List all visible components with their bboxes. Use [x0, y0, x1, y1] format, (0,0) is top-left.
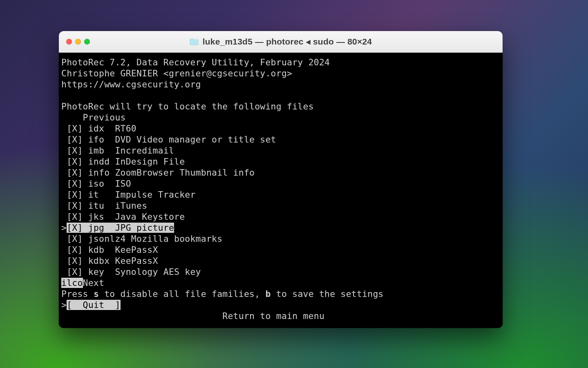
- file-option[interactable]: [X] itu iTunes: [61, 200, 500, 211]
- partial-highlight: ilco: [61, 278, 83, 288]
- header-line: Christophe GRENIER <grenier@cgsecurity.o…: [61, 68, 500, 79]
- window-title: luke_m13d5 — photorec ◂ sudo — 80×24: [203, 37, 372, 47]
- header-line: https://www.cgsecurity.org: [61, 79, 500, 90]
- intro-line: PhotoRec will try to locate the followin…: [61, 101, 500, 112]
- hint-line: Press s to disable all file families, b …: [61, 288, 500, 299]
- file-option[interactable]: [X] indd InDesign File: [61, 156, 500, 167]
- terminal-window: luke_m13d5 — photorec ◂ sudo — 80×24 Pho…: [59, 31, 503, 328]
- terminal-content[interactable]: PhotoRec 7.2, Data Recovery Utility, Feb…: [59, 53, 503, 328]
- file-option[interactable]: [X] it Impulse Tracker: [61, 189, 500, 200]
- previous-option[interactable]: Previous: [61, 112, 500, 123]
- file-option[interactable]: [X] idx RT60: [61, 123, 500, 134]
- file-option[interactable]: [X] kdbx KeePassX: [61, 255, 500, 266]
- file-option-selected[interactable]: >[X] jpg JPG picture: [61, 222, 500, 233]
- header-line: PhotoRec 7.2, Data Recovery Utility, Feb…: [61, 57, 500, 68]
- close-icon[interactable]: [66, 39, 72, 45]
- next-option[interactable]: ilcoNext: [61, 277, 500, 288]
- file-option[interactable]: [X] jsonlz4 Mozilla bookmarks: [61, 233, 500, 244]
- folder-icon: [190, 38, 199, 45]
- return-line: Return to main menu: [61, 310, 500, 321]
- minimize-icon[interactable]: [75, 39, 81, 45]
- file-option[interactable]: [X] kdb KeePassX: [61, 244, 500, 255]
- file-option[interactable]: [X] ifo DVD Video manager or title set: [61, 134, 500, 145]
- file-option[interactable]: [X] key Synology AES key: [61, 266, 500, 277]
- file-option[interactable]: [X] iso ISO: [61, 178, 500, 189]
- window-titlebar[interactable]: luke_m13d5 — photorec ◂ sudo — 80×24: [59, 31, 503, 53]
- file-option[interactable]: [X] info ZoomBrowser Thumbnail info: [61, 167, 500, 178]
- blank-line: [61, 90, 500, 101]
- traffic-lights: [66, 39, 90, 45]
- quit-button[interactable]: >[ Quit ]: [61, 299, 500, 310]
- file-option[interactable]: [X] imb Incredimail: [61, 145, 500, 156]
- zoom-icon[interactable]: [84, 39, 90, 45]
- file-option[interactable]: [X] jks Java Keystore: [61, 211, 500, 222]
- desktop-wallpaper: luke_m13d5 — photorec ◂ sudo — 80×24 Pho…: [0, 0, 588, 368]
